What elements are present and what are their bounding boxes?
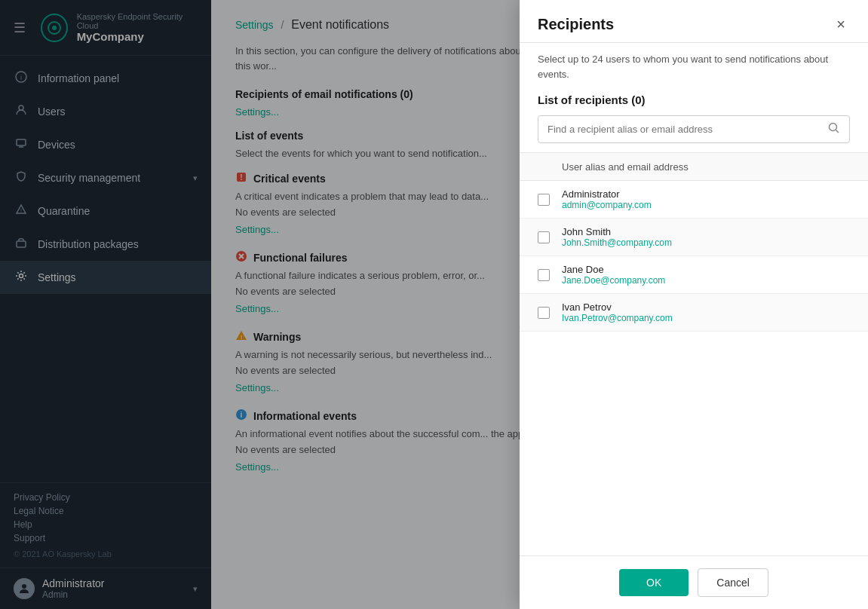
recipient-info-2: Jane Doe Jane.Doe@company.com (562, 264, 665, 286)
search-button[interactable] (819, 116, 849, 142)
recipient-checkbox-3[interactable] (538, 307, 550, 319)
recipient-name-2: Jane Doe (562, 264, 665, 275)
table-row[interactable]: Ivan Petrov Ivan.Petrov@company.com (520, 294, 868, 332)
recipient-info-1: John Smith John.Smith@company.com (562, 226, 672, 248)
recipient-email-3: Ivan.Petrov@company.com (562, 313, 673, 323)
recipients-dialog: Recipients × Select up to 24 users to wh… (520, 0, 868, 609)
table-header-row: User alias and email address (520, 153, 868, 181)
recipient-info-3: Ivan Petrov Ivan.Petrov@company.com (562, 301, 673, 323)
cancel-button[interactable]: Cancel (698, 568, 768, 597)
dialog-header: Recipients × (520, 0, 868, 43)
recipient-name-1: John Smith (562, 226, 672, 237)
search-input[interactable] (538, 118, 819, 141)
col-header-alias: User alias and email address (562, 161, 689, 173)
recipient-checkbox-2[interactable] (538, 269, 550, 281)
dialog-title: Recipients (538, 16, 614, 33)
recipient-checkbox-0[interactable] (538, 194, 550, 206)
recipient-email-1: John.Smith@company.com (562, 237, 672, 248)
recipient-checkbox-1[interactable] (538, 231, 550, 243)
dialog-close-button[interactable]: × (832, 15, 850, 33)
recipient-email-0: admin@company.com (562, 200, 652, 210)
table-row[interactable]: Administrator admin@company.com (520, 181, 868, 219)
recipient-name-0: Administrator (562, 188, 652, 200)
recipient-name-3: Ivan Petrov (562, 301, 673, 313)
dialog-footer: OK Cancel (520, 555, 868, 609)
svg-line-19 (836, 130, 839, 133)
recipient-email-2: Jane.Doe@company.com (562, 275, 665, 286)
recipients-list-header: List of recipients (0) (520, 87, 868, 115)
recipients-table: User alias and email address Administrat… (520, 152, 868, 555)
svg-point-18 (830, 124, 837, 131)
ok-button[interactable]: OK (619, 569, 689, 596)
dialog-subtitle: Select up to 24 users to whom you want t… (520, 43, 868, 87)
recipient-info-0: Administrator admin@company.com (562, 188, 652, 210)
table-row[interactable]: John Smith John.Smith@company.com (520, 219, 868, 256)
search-bar (538, 115, 850, 143)
table-row[interactable]: Jane Doe Jane.Doe@company.com (520, 256, 868, 294)
